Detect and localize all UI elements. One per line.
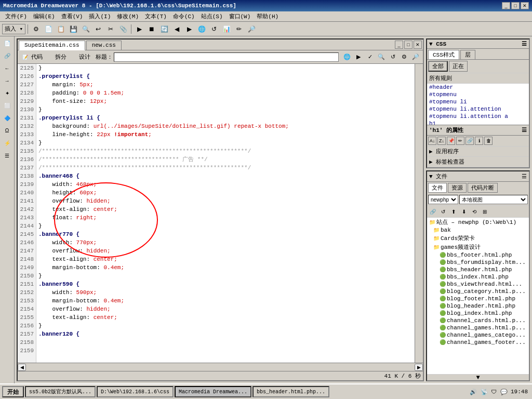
validate-btn[interactable]: ✓ — [365, 52, 375, 62]
file-tree-item[interactable]: 🟢 channel_games_catego... — [427, 331, 529, 339]
h1-menu-icon[interactable]: ☰ — [522, 127, 527, 134]
toolbar-btn-3[interactable]: 📋 — [55, 23, 66, 35]
toolbar-btn-11[interactable]: 🔄 — [158, 23, 170, 35]
design-view-btn[interactable] — [68, 52, 78, 62]
file-tree-item[interactable]: 🟢 channel_games.html.p... — [427, 324, 529, 331]
hscroll-left[interactable]: ◀ — [18, 364, 26, 371]
left-icon-4[interactable]: → — [2, 75, 13, 86]
menu-edit[interactable]: 编辑(E) — [30, 12, 58, 21]
file-tree-item[interactable]: 🟢 channel_games_footer... — [427, 339, 529, 346]
toolbar-btn-15[interactable]: ↺ — [208, 23, 220, 35]
split-view-btn[interactable] — [44, 52, 54, 62]
hscroll-right[interactable]: ▶ — [415, 364, 423, 371]
left-icon-6[interactable]: ⬜ — [2, 100, 13, 111]
taskbar-item-1[interactable]: D:\Web\192.168.1.6\css — [97, 386, 174, 397]
browser-btn[interactable]: 🔍 — [376, 52, 387, 62]
file-tree-item[interactable]: 🟢 bbs_viewthread.html... — [427, 281, 529, 288]
view-select[interactable]: 本地视图 — [459, 195, 528, 204]
file-tab-snippets[interactable]: 代码片断 — [468, 183, 498, 193]
editor-vscroll[interactable] — [415, 64, 423, 363]
file-tree-item[interactable]: 🟢 blog_index.html.php — [427, 310, 529, 317]
toolbar-btn-1[interactable]: ⚙ — [30, 23, 42, 35]
file-refresh[interactable]: ↺ — [438, 207, 448, 216]
editor-hscroll[interactable]: ◀ ▶ — [18, 363, 423, 371]
file-tree-root[interactable]: 📁 站点 – newphp (D:\Web\1) — [427, 218, 529, 227]
css-panel-menu-icon[interactable]: ☰ — [522, 41, 527, 47]
taskbar-item-0[interactable]: ss5.0b2版官方默认风... — [25, 386, 96, 397]
editor-close[interactable]: ✕ — [414, 41, 422, 49]
current-btn[interactable]: 正在 — [449, 61, 468, 72]
code-view-btn[interactable]: 📝 — [20, 52, 30, 62]
css-tab-layers[interactable]: 层 — [460, 50, 475, 59]
attr-sort-az[interactable]: A↓ — [428, 137, 436, 145]
file-tab-assets[interactable]: 资源 — [448, 183, 467, 193]
maximize-button[interactable]: □ — [511, 2, 520, 9]
left-icon-2[interactable]: 🔗 — [2, 50, 13, 61]
refresh-btn[interactable]: ↺ — [388, 52, 398, 62]
menu-view[interactable]: 查看(V) — [58, 12, 86, 21]
left-icon-5[interactable]: ✦ — [2, 87, 13, 99]
toolbar-btn-7[interactable]: ✂ — [105, 23, 116, 35]
taskbar-item-2[interactable]: Macromedia Dreamwea... — [175, 386, 251, 397]
attr-edit[interactable]: ✏ — [456, 137, 464, 145]
minimize-button[interactable]: _ — [502, 2, 510, 9]
menu-window[interactable]: 窗口(W) — [226, 12, 254, 21]
menu-site[interactable]: 站点(S) — [198, 12, 226, 21]
toolbar-btn-14[interactable]: 🌐 — [196, 23, 207, 35]
attr-link[interactable]: 🔗 — [466, 137, 474, 145]
file-tree-item[interactable]: 🟢 channel_cards.html.p... — [427, 317, 529, 324]
menu-insert[interactable]: 插入(I) — [86, 12, 114, 21]
left-icon-3[interactable]: ← — [2, 62, 13, 74]
file-tree-item[interactable]: 🟢 blog_header.html.php — [427, 302, 529, 310]
zoom-btn[interactable]: 🔎 — [410, 52, 421, 62]
css-rule-item[interactable]: h1 — [427, 120, 529, 125]
css-rule-item[interactable]: #topmenu li — [427, 98, 529, 105]
left-icon-10[interactable]: ☰ — [2, 150, 13, 161]
file-tree-item[interactable]: 📁 Cards荣荣卡 — [427, 234, 529, 243]
file-connect[interactable]: 🔗 — [428, 207, 437, 216]
toolbar-btn-10[interactable]: ⏹ — [146, 23, 157, 35]
close-button[interactable]: ✕ — [521, 2, 529, 9]
file-tree-item[interactable]: 🟢 bbs_forumdisplay.htm... — [427, 259, 529, 266]
editor-maximize[interactable]: □ — [404, 41, 413, 49]
toolbar-btn-16[interactable]: 📊 — [221, 23, 232, 35]
css-rule-item[interactable]: #topmenu — [427, 91, 529, 98]
expand-arrow[interactable]: ▼ — [427, 374, 529, 380]
toolbar-btn-5[interactable]: 🔍 — [80, 23, 91, 35]
toolbar-btn-6[interactable]: ↩ — [92, 23, 104, 35]
toolbar-btn-9[interactable]: ▶ — [134, 23, 145, 35]
file-download[interactable]: ⬇ — [459, 207, 469, 216]
title-input[interactable] — [114, 52, 339, 62]
attr-sort-za[interactable]: Z↓ — [437, 137, 446, 145]
left-icon-8[interactable]: Ω — [2, 125, 13, 136]
css-rule-item[interactable]: #topmenu li.attention — [427, 105, 529, 113]
file-panel-menu-icon[interactable]: ☰ — [522, 173, 527, 180]
file-tree-item[interactable]: 🟢 bbs_index.html.php — [427, 273, 529, 281]
all-btn[interactable]: 全部 — [428, 61, 448, 72]
toolbar-btn-17[interactable]: ✏ — [233, 23, 245, 35]
file-expand[interactable]: ⊞ — [480, 207, 489, 216]
taskbar-item-3[interactable]: bbs_header.html.php... — [252, 386, 329, 397]
file-tree-item[interactable]: 🟢 blog_footer.html.php — [427, 295, 529, 302]
menu-command[interactable]: 命令(C) — [170, 12, 198, 21]
tab-newcss[interactable]: new.css — [86, 41, 122, 50]
menu-modify[interactable]: 修改(M) — [114, 12, 142, 21]
attr-pin[interactable]: 📌 — [447, 137, 455, 145]
attr-info[interactable]: ℹ — [475, 137, 483, 145]
debug-btn[interactable]: ▶ — [353, 52, 364, 62]
toolbar-btn-13[interactable]: ▶ — [183, 23, 195, 35]
editor-minimize[interactable]: _ — [395, 41, 403, 49]
file-upload[interactable]: ⬆ — [449, 207, 458, 216]
file-tab-files[interactable]: 文件 — [428, 183, 447, 193]
file-tree-item[interactable]: 📁 bak — [427, 227, 529, 234]
file-tree-item[interactable]: 🟢 bbs_footer.html.php — [427, 251, 529, 259]
options-btn[interactable]: ⚙ — [399, 52, 409, 62]
preview-btn[interactable]: 🌐 — [342, 52, 352, 62]
toolbar-btn-2[interactable]: 📄 — [43, 23, 54, 35]
menu-text[interactable]: 文本(T) — [142, 12, 170, 21]
left-icon-7[interactable]: 🔷 — [2, 112, 13, 124]
file-tree-item[interactable]: 🟢 bbs_header.html.php — [427, 266, 529, 273]
toolbar-btn-8[interactable]: 📎 — [117, 23, 129, 35]
insert-dropdown[interactable]: 插入 ▾ — [2, 24, 25, 34]
file-sync[interactable]: ⟲ — [470, 207, 479, 216]
